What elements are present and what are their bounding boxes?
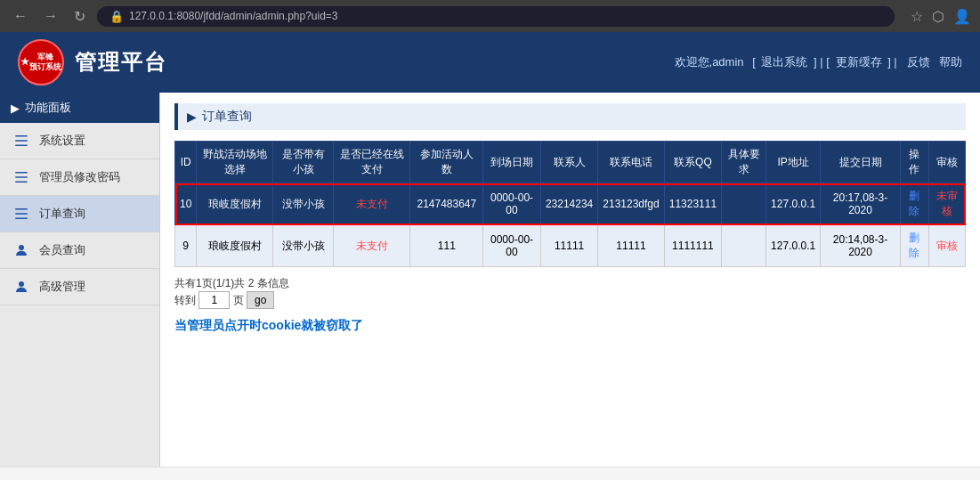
page-input[interactable] [198,291,230,309]
bracket-open: [ [752,55,756,69]
bracket-close: ] | [ [814,55,830,69]
help-link[interactable]: 帮助 [939,55,962,69]
th-phone: 联系电话 [598,142,664,183]
table-header-row: ID 野战活动场地选择 是否带有小孩 是否已经在线支付 参加活动人数 到场日期 … [175,142,966,183]
main-layout: ▶ 功能面板 系统设置 管理员修改密码 订单查询 会员查询 [0,93,980,467]
feedback-link[interactable]: 反馈 [907,55,930,69]
content-header: ▶ 订单查询 [174,103,966,130]
svg-rect-1 [15,140,28,142]
sidebar-item-settings[interactable]: 系统设置 [0,123,159,159]
logo-text: 军锋 预订系统 [29,53,61,72]
content-header-arrow: ▶ [187,110,197,124]
pagination-label: 转到 [174,294,196,306]
td-details [722,225,766,267]
sidebar-item-label-orders: 订单查询 [39,206,85,222]
td-participants: 2147483647 [410,183,483,225]
td-ip: 127.0.0.1 [766,225,821,267]
svg-rect-2 [15,145,28,147]
th-audit: 审核 [928,142,965,183]
td-edit[interactable]: 删除 [900,225,928,267]
url-text: 127.0.0.1:8080/jfdd/admin/admin.php?uid=… [129,10,338,22]
app-title: 管理平台 [75,48,167,77]
table-row: 9琅岐度假村没带小孩未支付1110000-00-0011111111111111… [175,225,966,267]
th-payment: 是否已经在线支付 [334,142,410,183]
sidebar-item-label-members: 会员查询 [39,242,85,258]
th-submit-date: 提交日期 [821,142,901,183]
sidebar-item-admin-password[interactable]: 管理员修改密码 [0,159,159,196]
svg-rect-0 [15,135,28,137]
member-icon [11,241,32,259]
td-phone: 213123dfgd [598,183,664,225]
td-location: 琅岐度假村 [197,225,273,267]
sidebar-arrow-icon: ▶ [11,102,20,115]
content-area: ▶ 订单查询 ID 野战活动场地选择 是否带有小孩 是否已经在线支付 参加活动人… [160,93,980,467]
url-bar[interactable]: 🔒 127.0.0.1:8080/jfdd/admin/admin.php?ui… [97,6,895,27]
td-date: 0000-00-00 [483,183,541,225]
logo-star: ★ [20,56,29,68]
page-footer: 军锋真人CS野战123 [0,467,980,480]
sidebar-title: 功能面板 [25,100,71,116]
svg-rect-8 [15,218,28,220]
reload-button[interactable]: ↻ [69,6,90,27]
app-header: ★ 军锋 预订系统 管理平台 欢迎您,admin [ 退出系统 ] | [ 更新… [0,32,980,93]
go-button[interactable]: go [247,291,274,309]
bracket-close2: ] | [887,55,897,69]
svg-point-10 [19,281,24,287]
sidebar-item-orders[interactable]: 订单查询 [0,196,159,232]
sidebar: ▶ 功能面板 系统设置 管理员修改密码 订单查询 会员查询 [0,93,160,467]
pagination-unit: 页 [233,294,244,306]
td-contact: 23214234 [540,183,597,225]
forward-button[interactable]: → [39,6,62,26]
browser-icons: ☆ ⬡ 👤 [911,8,971,25]
svg-point-9 [19,245,24,250]
td-id: 9 [175,225,197,267]
profile-icon[interactable]: 👤 [953,8,971,25]
admin-icon [11,168,32,186]
logo-area: ★ 军锋 预订系统 管理平台 [18,39,167,85]
td-qq: 1111111 [664,225,721,267]
sidebar-header: ▶ 功能面板 [0,93,159,123]
th-kids: 是否带有小孩 [273,142,334,183]
th-location: 野战活动场地选择 [197,142,273,183]
welcome-text: 欢迎您,admin [675,55,744,69]
th-details: 具体要求 [722,142,766,183]
td-edit[interactable]: 删除 [900,183,928,225]
sidebar-item-members[interactable]: 会员查询 [0,232,159,269]
td-location: 琅岐度假村 [197,183,273,225]
pagination-info: 共有1页(1/1)共 2 条信息 [174,277,289,289]
cookie-notice: 当管理员点开时cookie就被窃取了 [174,318,966,334]
td-ip: 127.0.0.1 [766,183,821,225]
sidebar-item-label-admin: 管理员修改密码 [39,169,120,185]
svg-rect-4 [15,176,28,178]
th-date: 到场日期 [483,142,541,183]
td-phone: 11111 [598,225,664,267]
page-title: 订单查询 [202,109,252,125]
browser-bar: ← → ↻ 🔒 127.0.0.1:8080/jfdd/admin/admin.… [0,0,980,32]
td-qq: 11323111 [664,183,721,225]
pagination-area: 共有1页(1/1)共 2 条信息 转到 页 go [174,276,966,309]
svg-rect-5 [15,182,28,183]
orders-table: ID 野战活动场地选择 是否带有小孩 是否已经在线支付 参加活动人数 到场日期 … [174,141,966,267]
star-button[interactable]: ☆ [911,8,923,25]
logo-badge: ★ 军锋 预订系统 [18,39,64,85]
sidebar-item-label-settings: 系统设置 [39,133,85,149]
th-contact: 联系人 [540,142,597,183]
th-qq: 联系QQ [664,142,721,183]
th-action: 操作 [900,142,928,183]
td-details [722,183,766,225]
order-icon [11,205,32,223]
refresh-link[interactable]: 更新缓存 [836,55,882,69]
svg-rect-7 [15,213,28,215]
chrome-icon[interactable]: ⬡ [932,8,944,25]
sidebar-item-advanced[interactable]: 高级管理 [0,269,159,305]
sidebar-item-label-advanced: 高级管理 [39,279,85,295]
td-payment: 未支付 [334,225,410,267]
logout-link[interactable]: 退出系统 [761,55,807,69]
th-participants: 参加活动人数 [410,142,483,183]
back-button[interactable]: ← [9,6,32,26]
td-kids: 没带小孩 [273,183,334,225]
td-contact: 11111 [540,225,597,267]
td-submit-date: 20:14,08-3-2020 [821,225,901,267]
svg-rect-6 [15,208,28,210]
td-submit-date: 20:17,08-3-2020 [821,183,901,225]
